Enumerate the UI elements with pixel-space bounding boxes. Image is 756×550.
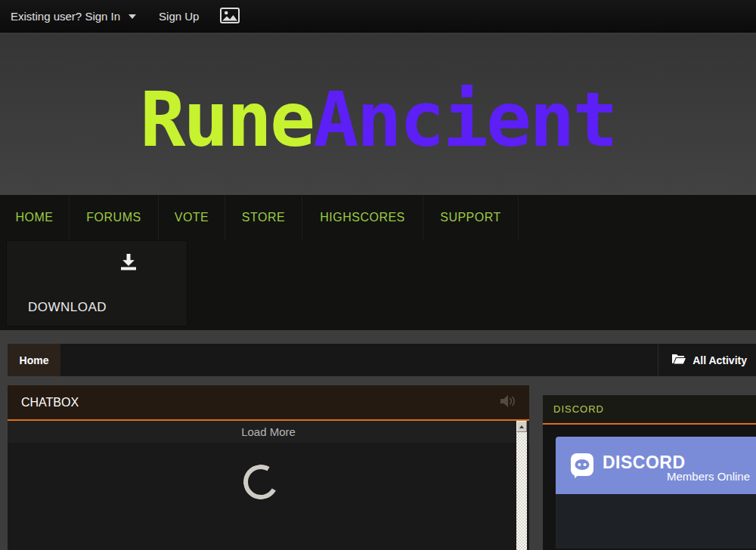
folder-open-icon — [672, 354, 686, 366]
download-menu-item[interactable]: DOWNLOAD — [6, 240, 187, 326]
runeancient-homepage: Existing user? Sign In Sign Up RuneAncie… — [0, 0, 756, 550]
speaker-icon[interactable] — [499, 394, 517, 412]
user-bar: Existing user? Sign In Sign Up — [0, 0, 756, 33]
download-icon — [119, 253, 138, 274]
discord-logo-icon — [569, 452, 596, 482]
site-banner: RuneAncient — [0, 34, 756, 195]
members-online-label: Members Online — [667, 470, 750, 483]
sign-in-menu[interactable]: Existing user? Sign In — [11, 10, 136, 23]
logo-text-secondary: Ancient — [313, 76, 615, 164]
nav-item-highscores[interactable]: HIGHSCORES — [302, 195, 423, 240]
nav-item-support[interactable]: SUPPORT — [423, 195, 519, 240]
nav-item-forums[interactable]: FORUMS — [70, 195, 159, 240]
discord-widget-body — [556, 494, 756, 548]
image-icon — [220, 8, 240, 26]
sign-up-link[interactable]: Sign Up — [159, 10, 199, 23]
nav-item-home[interactable]: HOME — [0, 195, 70, 240]
all-activity-button[interactable]: All Activity — [658, 344, 756, 376]
breadcrumb: Home All Activity — [8, 344, 756, 376]
scrollbar-track[interactable] — [516, 432, 527, 550]
chatbox-body: Load More — [8, 421, 529, 550]
main-content: CHATBOX Load More — [8, 385, 756, 550]
chatbox-header: CHATBOX — [8, 385, 529, 421]
logo-text-primary: Rune — [140, 76, 313, 164]
load-more-button[interactable]: Load More — [8, 421, 529, 443]
sign-up-label: Sign Up — [159, 10, 199, 23]
loading-spinner — [240, 461, 282, 503]
main-nav: HOME FORUMS VOTE STORE HIGHSCORES SUPPOR… — [0, 195, 756, 240]
scroll-up-arrow-icon — [519, 425, 524, 428]
discord-panel: DISCORD DISCO — [543, 395, 756, 550]
download-label: DOWNLOAD — [28, 300, 107, 315]
scrollbar-up-button[interactable] — [516, 421, 527, 432]
gallery-button[interactable] — [220, 8, 240, 26]
breadcrumb-home-tab[interactable]: Home — [8, 344, 60, 376]
nav-item-store[interactable]: STORE — [225, 195, 302, 240]
main-navigation-band: HOME FORUMS VOTE STORE HIGHSCORES SUPPOR… — [0, 195, 756, 330]
all-activity-label: All Activity — [692, 354, 747, 366]
chatbox-panel: CHATBOX Load More — [8, 385, 529, 550]
sign-in-label: Existing user? Sign In — [11, 10, 120, 23]
discord-widget[interactable]: DISCORD Members Online — [556, 437, 756, 548]
chatbox-title: CHATBOX — [21, 396, 79, 409]
discord-panel-title: DISCORD — [553, 403, 604, 415]
discord-panel-body: DISCORD Members Online — [543, 425, 756, 550]
discord-panel-header: DISCORD — [543, 395, 756, 425]
discord-widget-header[interactable]: DISCORD Members Online — [556, 437, 756, 494]
caret-down-icon — [129, 14, 136, 19]
nav-item-vote[interactable]: VOTE — [159, 195, 225, 240]
site-logo[interactable]: RuneAncient — [0, 82, 756, 158]
chatbox-scrollbar[interactable] — [516, 421, 527, 550]
